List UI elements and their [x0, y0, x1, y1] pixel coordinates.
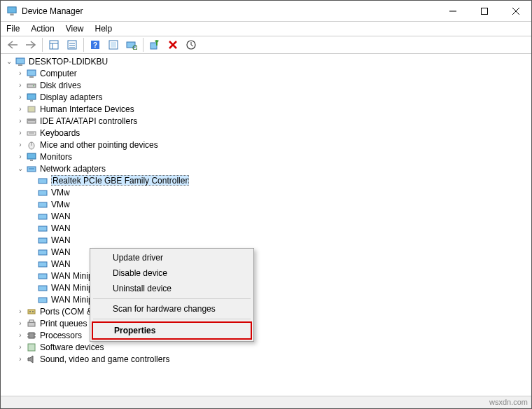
tree-group[interactable]: ›Human Interface Devices: [4, 103, 531, 115]
tree-root[interactable]: ⌄ DESKTOP-LDIDKBU: [4, 55, 531, 67]
tree-group[interactable]: ›Keyboards: [4, 127, 531, 139]
tree-group[interactable]: ›Computer: [4, 67, 531, 79]
menu-help[interactable]: Help: [95, 24, 113, 34]
tree-item[interactable]: WAN: [4, 246, 531, 258]
expand-icon[interactable]: ›: [15, 139, 26, 151]
tree-group-network[interactable]: ⌄ Network adapters: [4, 162, 531, 174]
tree-group[interactable]: ›Sound, video and game controllers: [4, 353, 531, 365]
svg-rect-31: [30, 100, 33, 102]
svg-rect-0: [8, 6, 16, 13]
toolbar: ?: [1, 36, 531, 54]
collapse-icon[interactable]: ⌄: [4, 56, 15, 67]
tree-item[interactable]: VMw: [4, 198, 531, 210]
svg-rect-25: [18, 64, 22, 66]
toolbar-icon-2[interactable]: [64, 37, 80, 53]
tree-group-label: Software devices: [40, 342, 104, 352]
forward-button[interactable]: [22, 37, 39, 53]
ctx-disable[interactable]: Disable device: [92, 265, 252, 281]
ctx-uninstall[interactable]: Uninstall device: [92, 281, 252, 296]
collapse-icon[interactable]: ⌄: [15, 163, 26, 174]
tree-item[interactable]: VMw: [4, 186, 531, 198]
expand-icon[interactable]: ›: [15, 354, 26, 365]
menu-file[interactable]: File: [6, 24, 20, 34]
expand-icon[interactable]: ›: [15, 306, 26, 317]
tree-item-label: WAN: [51, 247, 71, 257]
tree-group[interactable]: ›Monitors: [4, 151, 531, 162]
svg-rect-54: [28, 310, 35, 314]
expand-icon[interactable]: ›: [15, 104, 26, 115]
expand-icon[interactable]: ›: [15, 116, 26, 127]
svg-rect-52: [38, 286, 47, 291]
expand-icon[interactable]: ›: [15, 92, 26, 103]
svg-rect-64: [28, 344, 35, 351]
ctx-update[interactable]: Update driver: [92, 250, 252, 265]
tree-group[interactable]: ›Software devices: [4, 341, 531, 353]
svg-rect-17: [127, 42, 135, 48]
show-hide-icon[interactable]: [46, 37, 62, 53]
tree-group-label: Print queues: [40, 319, 87, 328]
update-icon[interactable]: [183, 37, 200, 53]
window-buttons: [437, 1, 531, 21]
tree-group[interactable]: ›Disk drives: [4, 79, 531, 91]
enable-icon[interactable]: [146, 37, 163, 53]
svg-rect-47: [38, 226, 47, 231]
tree-item[interactable]: WAN: [4, 210, 531, 222]
context-menu: Update driver Disable device Uninstall d…: [90, 248, 254, 342]
titlebar: Device Manager: [1, 1, 531, 22]
minimize-button[interactable]: [437, 1, 468, 21]
adapter-icon: [37, 235, 48, 246]
tree-item[interactable]: WAN Miniport (PPTP): [4, 282, 531, 293]
tree-group[interactable]: ›Print queues: [4, 317, 531, 329]
mouse-icon: [26, 139, 37, 151]
expand-icon[interactable]: ›: [15, 151, 26, 162]
close-button[interactable]: [500, 1, 531, 21]
back-button[interactable]: [4, 37, 21, 53]
tree-group[interactable]: ›Display adapters: [4, 91, 531, 103]
adapter-icon: [37, 187, 48, 198]
menu-action[interactable]: Action: [31, 24, 54, 34]
svg-rect-16: [111, 42, 116, 48]
svg-rect-51: [38, 274, 47, 279]
expand-icon[interactable]: ›: [15, 318, 26, 329]
expand-icon[interactable]: ›: [15, 330, 26, 341]
svg-rect-28: [27, 84, 36, 88]
expand-icon[interactable]: ›: [15, 68, 26, 79]
device-tree[interactable]: ⌄ DESKTOP-LDIDKBU ›Computer›Disk drives›…: [1, 54, 531, 396]
selected-device-label: Realtek PCIe GBE Family Controller: [51, 175, 189, 186]
svg-rect-53: [38, 298, 47, 303]
svg-rect-33: [27, 119, 36, 123]
ide-icon: [26, 116, 37, 127]
menu-view[interactable]: View: [66, 24, 84, 34]
ctx-separator: [93, 319, 251, 319]
expand-icon[interactable]: ›: [15, 342, 26, 353]
svg-rect-1: [10, 13, 13, 15]
svg-rect-27: [29, 76, 34, 78]
help-icon[interactable]: ?: [87, 37, 104, 53]
tree-item-selected[interactable]: Realtek PCIe GBE Family Controller: [4, 174, 531, 186]
computer-icon: [15, 56, 26, 67]
svg-point-56: [32, 311, 34, 312]
ctx-properties[interactable]: Properties: [92, 321, 252, 340]
svg-rect-45: [38, 202, 47, 207]
uninstall-icon[interactable]: [164, 37, 181, 53]
tree-group-label: Human Interface Devices: [40, 104, 134, 114]
tree-group[interactable]: ›IDE ATA/ATAPI controllers: [4, 115, 531, 127]
svg-rect-19: [150, 43, 157, 49]
menubar: File Action View Help: [1, 22, 531, 36]
expand-icon[interactable]: ›: [15, 127, 26, 139]
tree-group[interactable]: ›Ports (COM & LPT): [4, 305, 531, 317]
scan-icon[interactable]: [123, 37, 140, 53]
tree-item[interactable]: WAN Miniport (SSTP): [4, 293, 531, 305]
svg-rect-44: [38, 190, 47, 195]
ctx-scan[interactable]: Scan for hardware changes: [92, 301, 252, 317]
tree-item[interactable]: WAN: [4, 258, 531, 270]
tree-item[interactable]: WAN: [4, 234, 531, 246]
cpu-icon: [26, 330, 37, 341]
tree-item[interactable]: WAN Miniport (PPPOE): [4, 270, 531, 282]
tree-group[interactable]: ›Mice and other pointing devices: [4, 139, 531, 151]
toolbar-icon-4[interactable]: [105, 37, 122, 53]
expand-icon[interactable]: ›: [15, 80, 26, 91]
maximize-button[interactable]: [468, 1, 500, 21]
tree-item[interactable]: WAN: [4, 222, 531, 234]
tree-group[interactable]: ›Processors: [4, 329, 531, 341]
